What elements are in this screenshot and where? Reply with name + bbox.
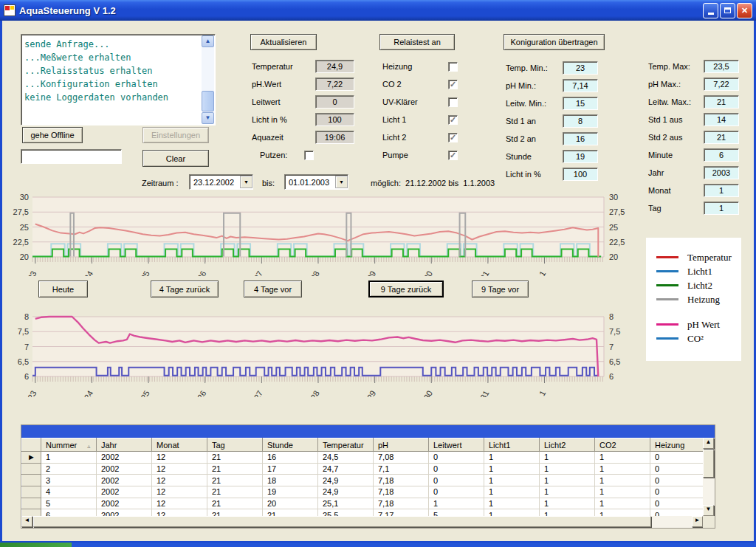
tage4-vor-button[interactable]: 4 Tage vor bbox=[244, 281, 302, 297]
table-row[interactable]: ►1200212211624,57,0801110 bbox=[22, 452, 704, 464]
relay-checkbox[interactable]: ✓ bbox=[448, 151, 458, 160]
row-selector[interactable] bbox=[22, 463, 41, 475]
config-row: Leitw. Min.:15 bbox=[506, 94, 609, 112]
aktualisieren-button[interactable]: Aktualisieren bbox=[250, 34, 317, 50]
table-column-header[interactable]: Licht1 bbox=[484, 438, 540, 452]
row-selector[interactable] bbox=[22, 498, 41, 509]
chevron-down-icon[interactable]: ▼ bbox=[335, 176, 348, 188]
table-hscrollbar[interactable]: ◄ ► bbox=[21, 516, 703, 528]
row-selector[interactable] bbox=[22, 486, 41, 498]
table-cell: 21 bbox=[207, 498, 263, 509]
log-scrollbar[interactable]: ▲ ▼ bbox=[202, 35, 214, 124]
config-value[interactable]: 21 bbox=[704, 131, 739, 144]
title-bar: AquaSteuerung V 1.2 ✕ bbox=[0, 0, 756, 21]
putzen-checkbox[interactable] bbox=[304, 151, 314, 160]
scroll-up-icon[interactable]: ▲ bbox=[202, 35, 214, 47]
table-column-header[interactable]: Stunde bbox=[263, 438, 318, 452]
table-column-header[interactable]: Temperatur bbox=[318, 438, 374, 452]
message-input[interactable] bbox=[21, 149, 122, 164]
relay-checkbox[interactable]: ✓ bbox=[448, 80, 458, 89]
table-cell: 1 bbox=[595, 486, 650, 498]
config-value[interactable]: 2003 bbox=[704, 166, 739, 179]
konfiguration-button[interactable]: Koniguration übertragen bbox=[504, 34, 605, 50]
config-value[interactable]: 1 bbox=[704, 202, 739, 215]
svg-text:8: 8 bbox=[609, 312, 614, 321]
config-value[interactable]: 14 bbox=[704, 113, 739, 126]
legend-item: Temperatur bbox=[656, 250, 741, 264]
start-button[interactable] bbox=[0, 543, 72, 547]
tage9-vor-button[interactable]: 9 Tage vor bbox=[472, 281, 529, 297]
config-value[interactable]: 23,5 bbox=[704, 60, 739, 73]
heute-button[interactable]: Heute bbox=[38, 281, 88, 297]
zeitraum-to-select[interactable]: 01.01.2003 ▼ bbox=[284, 174, 348, 190]
table-column-header[interactable]: Heizung bbox=[650, 438, 704, 452]
table-column-header[interactable]: Nummer▵ bbox=[41, 438, 97, 452]
einstellungen-button[interactable]: Einstellungen bbox=[142, 127, 209, 143]
table-column-header[interactable]: Leitwert bbox=[429, 438, 484, 452]
zeitraum-from-select[interactable]: 23.12.2002 ▼ bbox=[189, 174, 253, 190]
table-row[interactable]: 3200212211824,97,1801110 bbox=[22, 475, 704, 486]
relaistest-button[interactable]: Relaistest an bbox=[379, 34, 455, 50]
config-value[interactable]: 16 bbox=[563, 132, 598, 145]
minimize-button[interactable] bbox=[703, 3, 718, 18]
tage9-zurueck-button[interactable]: 9 Tage zurück bbox=[368, 281, 444, 297]
log-panel: sende Anfrage......Meßwerte erhalten...R… bbox=[21, 34, 216, 125]
relay-checkbox[interactable] bbox=[448, 97, 458, 107]
svg-text:25: 25 bbox=[20, 223, 29, 232]
config-value[interactable]: 21 bbox=[704, 95, 739, 109]
table-column-header[interactable]: Jahr bbox=[97, 438, 152, 452]
config-value[interactable]: 7,14 bbox=[563, 79, 598, 92]
clear-button[interactable]: Clear bbox=[142, 150, 209, 167]
row-selector[interactable]: ► bbox=[22, 452, 41, 464]
relay-label: CO 2 bbox=[382, 80, 436, 89]
gehe-offline-button[interactable]: gehe Offline bbox=[22, 127, 83, 143]
row-selector[interactable] bbox=[22, 509, 41, 516]
table-column-header[interactable]: Licht2 bbox=[540, 438, 595, 452]
scroll-up-icon[interactable]: ▲ bbox=[703, 438, 714, 449]
table-cell: 24,9 bbox=[318, 475, 374, 486]
restore-button[interactable] bbox=[720, 3, 735, 18]
scroll-thumb[interactable] bbox=[703, 450, 714, 478]
table-column-header[interactable]: pH bbox=[374, 438, 429, 452]
relay-label: UV-Klärer bbox=[382, 97, 436, 106]
close-button[interactable]: ✕ bbox=[737, 3, 752, 18]
config-value[interactable]: 1 bbox=[704, 184, 739, 197]
config-value[interactable]: 15 bbox=[563, 97, 598, 110]
table-row[interactable]: 2200212211724,77,101110 bbox=[22, 463, 704, 475]
table-vscrollbar[interactable]: ▲ ▼ bbox=[703, 438, 715, 516]
svg-text:6,5: 6,5 bbox=[18, 357, 29, 366]
row-selector[interactable] bbox=[22, 475, 41, 486]
relay-checkbox[interactable] bbox=[448, 62, 458, 72]
relay-checkbox[interactable]: ✓ bbox=[448, 133, 458, 142]
relay-checkbox[interactable]: ✓ bbox=[448, 115, 458, 125]
scroll-thumb[interactable] bbox=[202, 91, 214, 111]
table-row[interactable]: 6200212212125,57,1751110 bbox=[22, 509, 704, 516]
svg-text:27,5: 27,5 bbox=[13, 207, 29, 216]
scroll-down-icon[interactable]: ▼ bbox=[703, 505, 714, 516]
config-value[interactable]: 8 bbox=[563, 114, 598, 128]
table-column-header[interactable]: Tag bbox=[207, 438, 263, 452]
table-row[interactable]: 5200212212025,17,1811110 bbox=[22, 498, 704, 509]
config-value[interactable]: 6 bbox=[704, 148, 739, 162]
scroll-left-icon[interactable]: ◄ bbox=[21, 516, 32, 527]
svg-text:24: 24 bbox=[83, 389, 95, 397]
scroll-right-icon[interactable]: ► bbox=[692, 516, 703, 527]
table-cell: 0 bbox=[429, 486, 484, 498]
table-row[interactable]: 4200212211924,97,1801110 bbox=[22, 486, 704, 498]
config-value[interactable]: 19 bbox=[563, 150, 598, 163]
tage4-zurueck-button[interactable]: 4 Tage zurück bbox=[151, 281, 219, 297]
chevron-down-icon[interactable]: ▼ bbox=[240, 176, 252, 188]
legend-item: Licht1 bbox=[656, 264, 741, 278]
bis-label: bis: bbox=[262, 179, 275, 188]
taskbar[interactable] bbox=[0, 543, 756, 547]
scroll-thumb[interactable] bbox=[33, 516, 651, 527]
table-cell: 0 bbox=[650, 463, 704, 475]
config-value[interactable]: 23 bbox=[563, 61, 598, 75]
config-row: Temp. Max:23,5 bbox=[648, 58, 748, 75]
scroll-down-icon[interactable]: ▼ bbox=[202, 112, 214, 124]
config-value[interactable]: 100 bbox=[563, 168, 598, 181]
table-column-header[interactable]: CO2 bbox=[595, 438, 650, 452]
config-value[interactable]: 7,22 bbox=[704, 78, 739, 91]
moeglich-text: möglich: 21.12.2002 bis 1.1.2003 bbox=[371, 179, 495, 188]
table-column-header[interactable]: Monat bbox=[152, 438, 207, 452]
